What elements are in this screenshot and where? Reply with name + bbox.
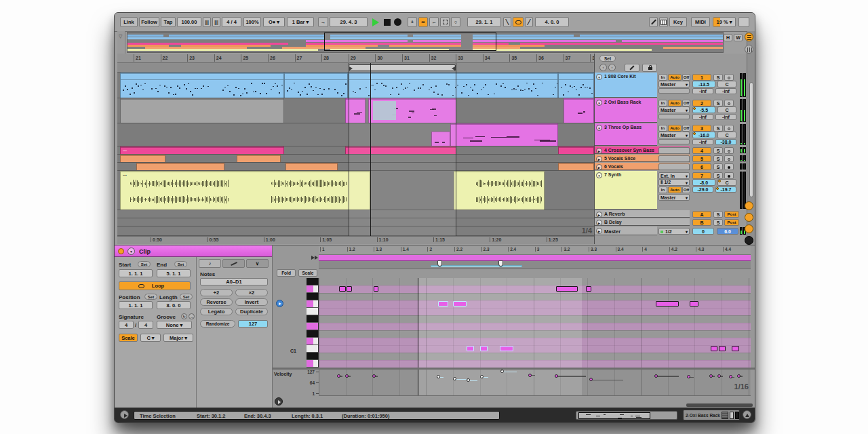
- fold-track-icon[interactable]: ▶: [596, 164, 602, 170]
- monitor-off-button[interactable]: Off: [682, 100, 690, 106]
- scale-mode-button[interactable]: Scale: [119, 334, 138, 342]
- scale-name-select[interactable]: Major▾: [163, 334, 193, 342]
- monitor-in-button[interactable]: In: [658, 186, 667, 193]
- output-routing-select[interactable]: Master▾: [658, 194, 690, 201]
- velocity-lane-toggle[interactable]: [275, 397, 283, 406]
- send-a-field[interactable]: -inf: [692, 88, 713, 94]
- fold-track-icon[interactable]: ▶: [596, 156, 602, 162]
- piano-key[interactable]: [307, 308, 319, 315]
- arm-button[interactable]: [724, 125, 734, 132]
- arrangement-clip[interactable]: ...: [120, 146, 284, 154]
- solo-button[interactable]: S: [713, 74, 723, 81]
- velocity-marker[interactable]: [337, 374, 340, 378]
- arrangement-clip[interactable]: [120, 155, 165, 162]
- piano-key[interactable]: [307, 278, 319, 285]
- fold-track-icon[interactable]: ▼: [596, 100, 602, 106]
- clip-title-bar[interactable]: ▼ Clip: [115, 245, 272, 257]
- piano-key[interactable]: [307, 330, 319, 338]
- input-channel-select[interactable]: Ⅱ 1/2▾: [658, 179, 690, 186]
- loop-brace-left-handle[interactable]: [349, 66, 353, 71]
- clip-mini-overview[interactable]: [576, 411, 677, 420]
- fold-track-icon[interactable]: ▶: [596, 148, 602, 154]
- arm-button[interactable]: [724, 147, 734, 154]
- loop-start-field[interactable]: 29. 1. 1: [467, 17, 501, 27]
- arrangement-clip[interactable]: [450, 123, 558, 146]
- collapse-overview-triangle-icon[interactable]: ▽: [119, 34, 122, 39]
- fold-button[interactable]: Fold: [277, 269, 296, 277]
- zoom-width-button[interactable]: W: [734, 34, 743, 41]
- velocity-marker[interactable]: [437, 375, 440, 378]
- monitor-auto-button[interactable]: Auto: [668, 74, 682, 81]
- midi-note[interactable]: [556, 286, 578, 292]
- track-number-badge[interactable]: 1: [692, 74, 711, 81]
- fold-triangle-icon[interactable]: ▼: [127, 248, 135, 255]
- stop-button[interactable]: [384, 19, 391, 26]
- arrangement-clip[interactable]: ...: [120, 171, 370, 210]
- monitor-auto-button[interactable]: Auto: [668, 186, 682, 193]
- arrangement-clip[interactable]: [284, 73, 348, 98]
- draw-automation-button[interactable]: [625, 64, 639, 72]
- punch-in-icon[interactable]: ╲: [503, 17, 511, 27]
- count-in-icon[interactable]: |||: [212, 17, 220, 27]
- send-a-field[interactable]: -inf: [692, 139, 713, 145]
- arrangement-clip[interactable]: [136, 163, 224, 170]
- arrangement-clip[interactable]: [120, 98, 284, 123]
- velocity-marker[interactable]: [528, 374, 532, 377]
- double-time-button[interactable]: ×2: [235, 289, 268, 296]
- midi-note[interactable]: [500, 346, 513, 351]
- piano-key[interactable]: [307, 345, 319, 353]
- set-start-button[interactable]: Set: [138, 261, 151, 267]
- draw-length-field[interactable]: 1 Bar▾: [287, 17, 314, 27]
- fold-track-icon[interactable]: ▶: [596, 228, 602, 234]
- velocity-lane[interactable]: [319, 370, 751, 396]
- key-map-button[interactable]: Key: [669, 17, 687, 27]
- arm-button[interactable]: [724, 100, 734, 106]
- midi-map-button[interactable]: MIDI: [691, 17, 710, 27]
- fold-track-icon[interactable]: ▼: [596, 172, 602, 178]
- arm-button[interactable]: [724, 172, 734, 179]
- master-volume-field[interactable]: 6.0: [717, 228, 738, 235]
- piano-key[interactable]: [307, 338, 319, 345]
- pan-field[interactable]: C: [717, 81, 736, 87]
- tap-tempo-button[interactable]: Tap: [161, 17, 176, 27]
- locator-next-icon[interactable]: ↑: [608, 64, 616, 71]
- locator-prev-icon[interactable]: ↑: [599, 64, 607, 71]
- midi-note[interactable]: [690, 301, 698, 307]
- tempo-field[interactable]: 100.00: [177, 17, 201, 27]
- midi-note[interactable]: [374, 286, 378, 292]
- quantize-field[interactable]: 100%: [243, 17, 261, 27]
- overview-view-rectangle[interactable]: [324, 33, 497, 51]
- solo-button[interactable]: S: [713, 155, 723, 162]
- velocity-marker[interactable]: [687, 375, 690, 378]
- master-track-header[interactable]: ▶Master: [595, 226, 657, 235]
- set-position-button[interactable]: Set: [144, 294, 157, 300]
- follow-button[interactable]: Follow: [139, 17, 159, 27]
- play-button[interactable]: [372, 18, 379, 26]
- return-track-header[interactable]: ▶B Delay: [595, 218, 690, 226]
- selected-device-chain[interactable]: 2-Oxi Bass Rack: [683, 410, 740, 420]
- arrangement-clip[interactable]: [558, 146, 594, 154]
- automation-arm-button[interactable]: ∞: [418, 17, 428, 27]
- arrangement-clip[interactable]: [285, 163, 338, 170]
- computer-midi-keyboard-button[interactable]: [659, 17, 668, 27]
- velocity-marker[interactable]: [555, 374, 558, 378]
- monitor-off-button[interactable]: Off: [682, 74, 690, 81]
- loop-brace[interactable]: [349, 64, 456, 71]
- monitor-auto-button[interactable]: Auto: [668, 125, 682, 132]
- solo-button[interactable]: S: [713, 163, 723, 170]
- groove-amount-field[interactable]: O●▾: [263, 17, 285, 27]
- fold-track-icon[interactable]: ▶: [596, 212, 602, 218]
- output-routing-select[interactable]: Master▾: [658, 106, 690, 113]
- arm-button[interactable]: [724, 163, 734, 170]
- solo-button[interactable]: S: [713, 211, 723, 218]
- groove-select[interactable]: None▾: [157, 321, 192, 329]
- volume-field[interactable]: -5.5: [692, 106, 715, 113]
- monitor-auto-button[interactable]: Auto: [668, 100, 682, 106]
- volume-field[interactable]: -16.0: [692, 132, 715, 138]
- velocity-marker[interactable]: [737, 374, 741, 378]
- monitor-in-button[interactable]: In: [658, 100, 667, 106]
- solo-button[interactable]: S: [713, 147, 723, 154]
- vertical-scrollbar[interactable]: [749, 82, 753, 197]
- io-show-icon[interactable]: [745, 45, 753, 54]
- track-number-badge[interactable]: 7: [692, 172, 711, 179]
